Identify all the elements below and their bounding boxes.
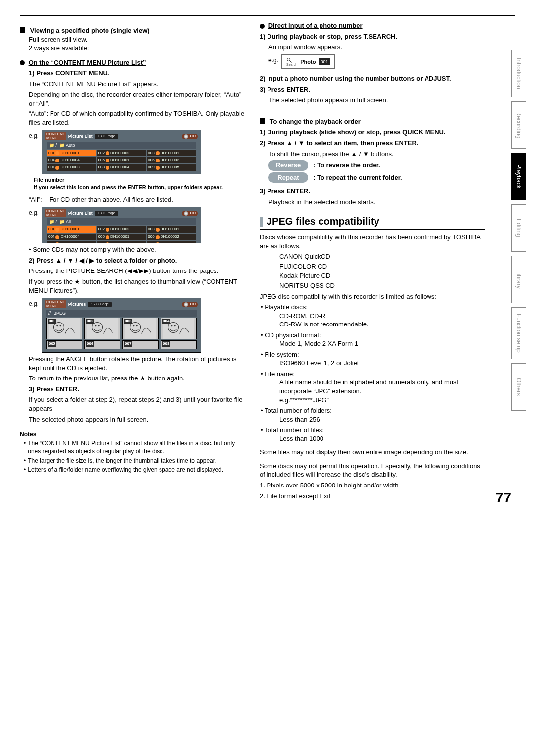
thumbnail-cell: 007 xyxy=(122,340,159,349)
stepb3-title: 3) Press ENTER. xyxy=(260,85,485,94)
svg-point-7 xyxy=(98,325,100,326)
compat-item-sub: CD-RW is not recommendable. xyxy=(279,320,485,329)
compat-item-sub: e.g.“********.JPG” xyxy=(279,396,485,405)
svg-point-14 xyxy=(171,325,172,326)
content-menu-pictures-thumbnails: CONTENTMENU Pictures 1 / 8 Page CD // JP… xyxy=(42,298,201,353)
pill-row-repeat: Repeat : To repeat the current folder. xyxy=(268,172,485,183)
content-menu-picture-list-all: CONTENTMENU Picture List 1 / 3 Page CD 📁… xyxy=(42,207,201,243)
ss-title: Picture List xyxy=(68,133,93,139)
svg-line-17 xyxy=(290,61,292,63)
step1-auto: “Auto”: For CD of which compatibility co… xyxy=(29,109,246,127)
cd-icon xyxy=(184,302,188,307)
file-cell: 006DH100002 xyxy=(147,234,196,240)
ss-page-indicator: 1 / 3 Page xyxy=(95,134,119,139)
compat-item-title: • File name: xyxy=(261,370,485,378)
subhead-text: Direct input of a photo number xyxy=(268,22,363,29)
list-item: CANON QuickCD xyxy=(279,252,485,261)
stepc2-title: 2) Press ▲ / ▼ to select an item, then p… xyxy=(260,139,485,148)
stepb3-line1: The selected photo appears in full scree… xyxy=(268,96,485,105)
ss-folder-row: 📁 / 📁 All xyxy=(47,218,196,225)
file-cell: 009DH100005 xyxy=(147,164,196,171)
compat-item-title: • Total number of files: xyxy=(261,426,485,434)
eg-wrapper-all: e.g. CONTENTMENU Picture List 1 / 3 Page… xyxy=(29,207,246,243)
right-column: Direct input of a photo number 1) During… xyxy=(260,21,515,502)
file-cell: 003DH100001 xyxy=(147,150,196,157)
tab-introduction[interactable]: Introduction xyxy=(511,50,526,97)
file-cell: 002DH100002 xyxy=(97,226,146,233)
section-viewing-photo: Viewing a specified photo (single view) xyxy=(20,26,246,35)
thumbnail-cell: 002 xyxy=(84,318,120,339)
tab-editing[interactable]: Editing xyxy=(511,204,526,252)
stepc2-line1: To shift the cursor, press the ▲ / ▼ but… xyxy=(268,150,485,159)
stepb2-title: 2) Input a photo number using the number… xyxy=(260,74,485,83)
thumbnail-cell: 003 xyxy=(122,318,159,339)
step2-line4: To return to the previous list, press th… xyxy=(29,374,246,383)
eg-wrapper-thumbs: e.g. CONTENTMENU Pictures 1 / 8 Page CD … xyxy=(29,298,246,353)
pill-row-reverse: Reverse : To reverse the order. xyxy=(268,160,485,171)
left-column: Viewing a specified photo (single view) … xyxy=(20,21,246,502)
tab-playback[interactable]: Playback xyxy=(511,153,526,200)
thumbs-jpeg-row: // JPEG xyxy=(46,310,197,317)
round-bullet-icon xyxy=(260,24,265,29)
file-cell: 005DH100001 xyxy=(97,157,146,163)
compat-item-sub: A file name should be in alphabet and nu… xyxy=(279,378,485,395)
subhead-direct-input: Direct input of a photo number xyxy=(260,21,485,30)
file-cell: 003DH100001 xyxy=(147,226,196,233)
file-cell: 002DH100002 xyxy=(97,150,146,157)
heading-bar-icon xyxy=(260,217,263,227)
file-cell: 008DH100004 xyxy=(97,241,146,243)
note-1: •The “CONTENT MENU Picture List” cannot … xyxy=(24,439,246,455)
eg-label: e.g. xyxy=(29,300,39,308)
list-item: FUJICOLOR CD xyxy=(279,262,485,271)
all-label: “All”: xyxy=(29,196,42,203)
tab-library[interactable]: Library xyxy=(511,256,526,303)
cd-icon xyxy=(184,211,188,216)
jpeg-p1: Discs whose compatibility with this reco… xyxy=(260,233,485,250)
cd-indicator: CD xyxy=(182,302,198,307)
ss-page-indicator: 1 / 3 Page xyxy=(95,211,119,216)
svg-point-2 xyxy=(56,325,58,326)
heading-underline xyxy=(260,229,485,230)
eg-label: e.g. xyxy=(29,132,39,140)
compat-item-sub: ISO9660 Level 1, 2 or Joliet xyxy=(279,359,485,368)
svg-point-16 xyxy=(287,58,290,61)
note-3: •Letters of a file/folder name overflowi… xyxy=(24,466,246,474)
content-menu-badge: CONTENTMENU xyxy=(45,132,66,140)
compat-item-title: • File system: xyxy=(261,350,485,359)
compat-item-title: • CD physical format: xyxy=(261,331,485,340)
stepc3-line1: Playback in the selected mode starts. xyxy=(268,198,485,207)
content-menu-picture-list-auto: CONTENTMENU Picture List 1 / 3 Page CD 📁… xyxy=(42,130,201,174)
jpeg-p3: Some files may not display their own ent… xyxy=(260,448,485,457)
pill-repeat: Repeat xyxy=(268,172,308,183)
file-cell: 008DH100004 xyxy=(97,164,146,171)
svg-point-11 xyxy=(136,325,138,326)
compat-item-sub: Less than 1000 xyxy=(279,434,485,443)
square-bullet-icon xyxy=(20,27,25,33)
ss-caption: If you select this icon and press the EN… xyxy=(34,184,246,191)
top-rule xyxy=(20,15,515,16)
thumb-row: 001002003004 xyxy=(46,318,197,339)
thumbnail-cell: 006 xyxy=(84,340,120,349)
search-icon: Search xyxy=(286,57,297,67)
step1-line2: Depending on the disc, the recorder crea… xyxy=(29,90,246,108)
svg-point-10 xyxy=(133,325,134,326)
tab-others[interactable]: Others xyxy=(511,363,526,411)
eg-label: e.g. xyxy=(268,56,278,64)
file-cell: 007DH100003 xyxy=(47,164,96,171)
tab-recording[interactable]: Recording xyxy=(511,101,526,149)
file-cell: 006DH100002 xyxy=(147,157,196,163)
list-item: NORITSU QSS CD xyxy=(279,281,485,290)
file-cell: 009DH100005 xyxy=(147,241,196,243)
compat-item-title: • Total number of folders: xyxy=(261,406,485,415)
stepb1-line1: An input window appears. xyxy=(268,43,485,52)
tab-function-setup[interactable]: Function setup xyxy=(511,307,526,359)
step2-line1: Pressing the PICTURE SEARCH (◀◀/▶▶) butt… xyxy=(29,267,246,275)
compat-item-title: • Playable discs: xyxy=(261,303,485,312)
eg-wrapper-auto: e.g. CONTENTMENU Picture List 1 / 3 Page… xyxy=(29,130,246,174)
photo-label: Photo xyxy=(300,58,316,66)
all-text: For CD other than above. All files are l… xyxy=(49,196,173,203)
step1-all: “All”: For CD other than above. All file… xyxy=(29,195,246,204)
auto-label: “Auto”: xyxy=(29,110,48,117)
thumbnail-cell: 005 xyxy=(46,340,82,349)
thumbnail-cell: 008 xyxy=(160,340,197,349)
